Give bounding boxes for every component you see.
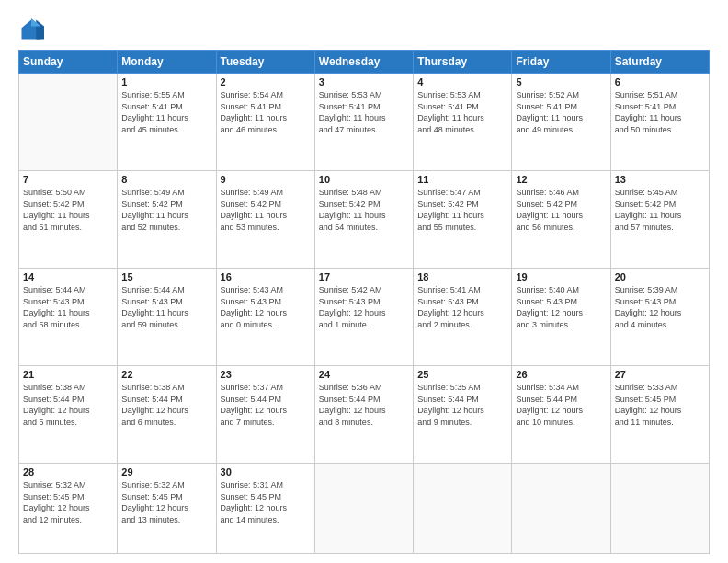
day-cell: 14Sunrise: 5:44 AM Sunset: 5:43 PM Dayli… — [19, 269, 118, 366]
day-cell: 30Sunrise: 5:31 AM Sunset: 5:45 PM Dayli… — [216, 464, 314, 554]
day-info: Sunrise: 5:39 AM Sunset: 5:43 PM Dayligh… — [615, 284, 705, 330]
day-cell: 11Sunrise: 5:47 AM Sunset: 5:42 PM Dayli… — [414, 171, 512, 269]
day-number: 14 — [23, 271, 113, 282]
day-cell — [414, 464, 512, 554]
day-cell: 19Sunrise: 5:40 AM Sunset: 5:43 PM Dayli… — [512, 269, 610, 366]
day-info: Sunrise: 5:54 AM Sunset: 5:41 PM Dayligh… — [221, 89, 311, 135]
day-cell: 20Sunrise: 5:39 AM Sunset: 5:43 PM Dayli… — [610, 269, 709, 366]
day-cell — [19, 74, 118, 171]
svg-marker-1 — [36, 20, 44, 40]
day-info: Sunrise: 5:49 AM Sunset: 5:42 PM Dayligh… — [121, 187, 211, 233]
weekday-header: Sunday — [19, 51, 118, 74]
day-cell: 28Sunrise: 5:32 AM Sunset: 5:45 PM Dayli… — [19, 464, 118, 554]
weekday-header: Wednesday — [314, 51, 413, 74]
day-info: Sunrise: 5:40 AM Sunset: 5:43 PM Dayligh… — [516, 284, 606, 330]
day-number: 8 — [121, 174, 211, 185]
weekday-header: Monday — [118, 51, 216, 74]
weekday-header: Thursday — [414, 51, 512, 74]
day-info: Sunrise: 5:45 AM Sunset: 5:42 PM Dayligh… — [615, 187, 705, 233]
day-number: 30 — [221, 466, 311, 477]
day-info: Sunrise: 5:38 AM Sunset: 5:44 PM Dayligh… — [23, 382, 113, 428]
day-info: Sunrise: 5:49 AM Sunset: 5:42 PM Dayligh… — [221, 187, 311, 233]
day-info: Sunrise: 5:33 AM Sunset: 5:45 PM Dayligh… — [615, 382, 705, 428]
day-number: 24 — [319, 369, 409, 380]
weekday-header: Tuesday — [216, 51, 314, 74]
day-info: Sunrise: 5:41 AM Sunset: 5:43 PM Dayligh… — [417, 284, 507, 330]
weekday-header: Friday — [512, 51, 610, 74]
day-cell: 17Sunrise: 5:42 AM Sunset: 5:43 PM Dayli… — [314, 269, 413, 366]
week-row: 28Sunrise: 5:32 AM Sunset: 5:45 PM Dayli… — [19, 464, 710, 554]
day-number: 19 — [516, 271, 606, 282]
weekday-header: Saturday — [610, 51, 709, 74]
day-number: 25 — [417, 369, 507, 380]
week-row: 14Sunrise: 5:44 AM Sunset: 5:43 PM Dayli… — [19, 269, 710, 366]
day-cell: 18Sunrise: 5:41 AM Sunset: 5:43 PM Dayli… — [414, 269, 512, 366]
day-number: 3 — [319, 76, 409, 87]
calendar-table: SundayMondayTuesdayWednesdayThursdayFrid… — [18, 50, 710, 554]
day-cell: 26Sunrise: 5:34 AM Sunset: 5:44 PM Dayli… — [512, 366, 610, 464]
day-cell: 27Sunrise: 5:33 AM Sunset: 5:45 PM Dayli… — [610, 366, 709, 464]
day-number: 13 — [615, 174, 705, 185]
day-info: Sunrise: 5:38 AM Sunset: 5:44 PM Dayligh… — [121, 382, 211, 428]
logo — [18, 17, 48, 42]
day-number: 1 — [121, 76, 211, 87]
day-info: Sunrise: 5:44 AM Sunset: 5:43 PM Dayligh… — [23, 284, 113, 330]
day-number: 22 — [121, 369, 211, 380]
day-info: Sunrise: 5:53 AM Sunset: 5:41 PM Dayligh… — [319, 89, 409, 135]
day-number: 2 — [221, 76, 311, 87]
day-cell: 3Sunrise: 5:53 AM Sunset: 5:41 PM Daylig… — [314, 74, 413, 171]
day-number: 21 — [23, 369, 113, 380]
day-number: 10 — [319, 174, 409, 185]
week-row: 1Sunrise: 5:55 AM Sunset: 5:41 PM Daylig… — [19, 74, 710, 171]
logo-icon — [18, 17, 44, 42]
day-cell: 16Sunrise: 5:43 AM Sunset: 5:43 PM Dayli… — [216, 269, 314, 366]
day-info: Sunrise: 5:42 AM Sunset: 5:43 PM Dayligh… — [319, 284, 409, 330]
svg-marker-2 — [31, 18, 41, 27]
day-number: 20 — [615, 271, 705, 282]
day-cell: 2Sunrise: 5:54 AM Sunset: 5:41 PM Daylig… — [216, 74, 314, 171]
day-number: 29 — [121, 466, 211, 477]
day-info: Sunrise: 5:48 AM Sunset: 5:42 PM Dayligh… — [319, 187, 409, 233]
day-info: Sunrise: 5:43 AM Sunset: 5:43 PM Dayligh… — [221, 284, 311, 330]
weekday-header-row: SundayMondayTuesdayWednesdayThursdayFrid… — [19, 51, 710, 74]
day-number: 28 — [23, 466, 113, 477]
day-cell: 9Sunrise: 5:49 AM Sunset: 5:42 PM Daylig… — [216, 171, 314, 269]
day-number: 17 — [319, 271, 409, 282]
day-info: Sunrise: 5:52 AM Sunset: 5:41 PM Dayligh… — [516, 89, 606, 135]
page: SundayMondayTuesdayWednesdayThursdayFrid… — [0, 0, 728, 563]
day-info: Sunrise: 5:46 AM Sunset: 5:42 PM Dayligh… — [516, 187, 606, 233]
day-number: 5 — [516, 76, 606, 87]
day-cell: 6Sunrise: 5:51 AM Sunset: 5:41 PM Daylig… — [610, 74, 709, 171]
day-info: Sunrise: 5:36 AM Sunset: 5:44 PM Dayligh… — [319, 382, 409, 428]
day-cell: 23Sunrise: 5:37 AM Sunset: 5:44 PM Dayli… — [216, 366, 314, 464]
day-number: 26 — [516, 369, 606, 380]
day-number: 4 — [417, 76, 507, 87]
day-info: Sunrise: 5:35 AM Sunset: 5:44 PM Dayligh… — [417, 382, 507, 428]
day-cell: 1Sunrise: 5:55 AM Sunset: 5:41 PM Daylig… — [118, 74, 216, 171]
week-row: 7Sunrise: 5:50 AM Sunset: 5:42 PM Daylig… — [19, 171, 710, 269]
day-number: 12 — [516, 174, 606, 185]
day-info: Sunrise: 5:53 AM Sunset: 5:41 PM Dayligh… — [417, 89, 507, 135]
day-info: Sunrise: 5:32 AM Sunset: 5:45 PM Dayligh… — [23, 479, 113, 525]
day-info: Sunrise: 5:37 AM Sunset: 5:44 PM Dayligh… — [221, 382, 311, 428]
day-number: 7 — [23, 174, 113, 185]
day-cell: 4Sunrise: 5:53 AM Sunset: 5:41 PM Daylig… — [414, 74, 512, 171]
day-number: 16 — [221, 271, 311, 282]
day-number: 9 — [221, 174, 311, 185]
day-info: Sunrise: 5:55 AM Sunset: 5:41 PM Dayligh… — [121, 89, 211, 135]
day-cell: 5Sunrise: 5:52 AM Sunset: 5:41 PM Daylig… — [512, 74, 610, 171]
day-cell — [512, 464, 610, 554]
day-cell: 7Sunrise: 5:50 AM Sunset: 5:42 PM Daylig… — [19, 171, 118, 269]
day-number: 15 — [121, 271, 211, 282]
day-number: 27 — [615, 369, 705, 380]
day-info: Sunrise: 5:47 AM Sunset: 5:42 PM Dayligh… — [417, 187, 507, 233]
day-cell: 22Sunrise: 5:38 AM Sunset: 5:44 PM Dayli… — [118, 366, 216, 464]
day-cell — [314, 464, 413, 554]
day-info: Sunrise: 5:34 AM Sunset: 5:44 PM Dayligh… — [516, 382, 606, 428]
day-info: Sunrise: 5:44 AM Sunset: 5:43 PM Dayligh… — [121, 284, 211, 330]
day-cell: 21Sunrise: 5:38 AM Sunset: 5:44 PM Dayli… — [19, 366, 118, 464]
day-info: Sunrise: 5:32 AM Sunset: 5:45 PM Dayligh… — [121, 479, 211, 525]
day-info: Sunrise: 5:31 AM Sunset: 5:45 PM Dayligh… — [221, 479, 311, 525]
day-cell: 13Sunrise: 5:45 AM Sunset: 5:42 PM Dayli… — [610, 171, 709, 269]
day-info: Sunrise: 5:50 AM Sunset: 5:42 PM Dayligh… — [23, 187, 113, 233]
